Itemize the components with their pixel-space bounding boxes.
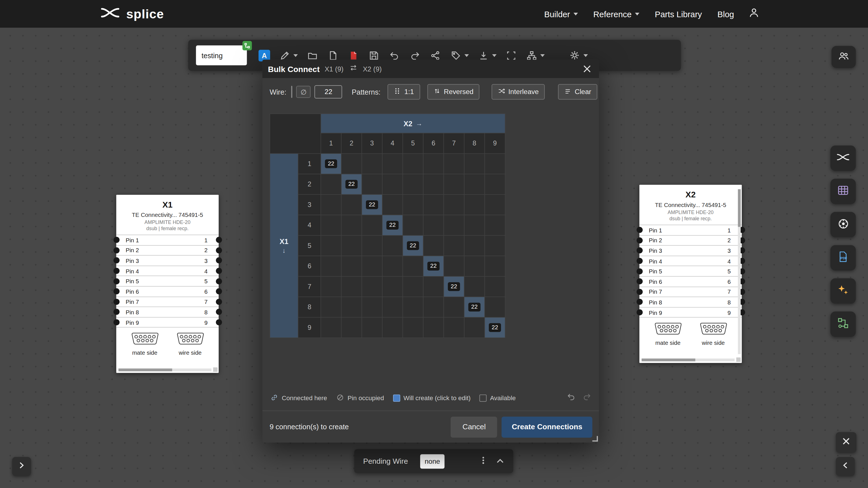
pin-row[interactable]: Pin 33 [640, 246, 742, 256]
matrix-cell[interactable] [342, 297, 362, 317]
ai-assist-button[interactable] [830, 278, 856, 303]
matrix-cell[interactable] [465, 215, 485, 235]
matrix-cell[interactable] [362, 277, 382, 297]
matrix-cell[interactable] [362, 318, 382, 338]
matrix-cell[interactable] [403, 174, 423, 194]
pin-row[interactable]: Pin 11 [116, 235, 218, 246]
pin-row[interactable]: Pin 44 [116, 266, 218, 276]
matrix-cell[interactable] [424, 297, 444, 317]
mate-pin-dot[interactable] [113, 309, 120, 315]
matrix-cell[interactable] [444, 318, 464, 338]
matrix-cell[interactable] [362, 154, 382, 174]
mate-pin-dot[interactable] [636, 258, 643, 264]
create-connections-button[interactable]: Create Connections [502, 416, 592, 437]
matrix-cell[interactable] [465, 318, 485, 338]
h-scrollbar-thumb[interactable] [118, 368, 173, 371]
no-color-button[interactable]: ∅ [297, 86, 311, 98]
matrix-cell[interactable] [424, 174, 444, 194]
pin-row[interactable]: Pin 88 [116, 307, 218, 318]
wire-pin-dot[interactable] [216, 278, 222, 284]
wire-pin-dot[interactable] [216, 288, 222, 295]
mate-pin-dot[interactable] [113, 268, 120, 274]
pattern-clear-button[interactable]: Clear [558, 84, 597, 100]
matrix-cell[interactable] [382, 318, 403, 338]
matrix-col-number[interactable]: 9 [485, 133, 505, 153]
wire-pin-dot[interactable] [216, 268, 222, 274]
pin-row[interactable]: Pin 66 [116, 287, 218, 297]
matrix-cell[interactable] [485, 277, 505, 297]
mate-pin-dot[interactable] [636, 299, 643, 305]
nav-item-blog[interactable]: Blog [717, 9, 734, 19]
matrix-col-number[interactable]: 5 [403, 133, 423, 153]
h-scrollbar[interactable] [642, 359, 735, 361]
matrix-cell[interactable] [485, 154, 505, 174]
matrix-cell[interactable]: 22 [382, 215, 403, 235]
matrix-cell[interactable] [342, 195, 362, 215]
collaborators-button[interactable] [832, 46, 856, 68]
mate-pin-dot[interactable] [636, 289, 643, 295]
v-scrollbar-thumb[interactable] [738, 189, 741, 227]
matrix-cell[interactable] [342, 277, 362, 297]
wire-pin-dot[interactable] [216, 309, 222, 315]
redo-icon[interactable] [582, 392, 591, 403]
pin-row[interactable]: Pin 55 [116, 276, 218, 286]
nav-item-parts-library[interactable]: Parts Library [655, 9, 702, 19]
matrix-cell[interactable] [403, 215, 423, 235]
flow-status-badge[interactable] [242, 41, 252, 50]
matrix-cell[interactable] [485, 215, 505, 235]
modal-header[interactable]: Bulk Connect X1 (9) X2 (9) [262, 60, 599, 78]
pin-row[interactable]: Pin 33 [116, 256, 218, 266]
wire-pin-dot[interactable] [216, 299, 222, 305]
matrix-cell[interactable] [321, 318, 341, 338]
matrix-cell[interactable] [424, 277, 444, 297]
matrix-cell[interactable] [321, 297, 341, 317]
matrix-cell[interactable] [465, 154, 485, 174]
matrix-cell[interactable] [465, 195, 485, 215]
pdf-export-button[interactable]: PDF [830, 245, 856, 270]
matrix-row-number[interactable]: 9 [299, 318, 320, 338]
pin-row[interactable]: Pin 77 [640, 287, 742, 297]
nav-item-reference[interactable]: Reference [593, 9, 640, 19]
matrix-cell[interactable] [444, 154, 464, 174]
matrix-cell[interactable] [424, 154, 444, 174]
matrix-cell[interactable] [403, 256, 423, 276]
matrix-cell[interactable]: 22 [424, 256, 444, 276]
matrix-col-number[interactable]: 4 [382, 133, 403, 153]
pin-row[interactable]: Pin 22 [640, 235, 742, 246]
matrix-cell[interactable] [403, 277, 423, 297]
matrix-row-number[interactable]: 7 [299, 277, 320, 297]
matrix-row-number[interactable]: 2 [299, 174, 320, 194]
pin-row[interactable]: Pin 44 [640, 256, 742, 266]
matrix-cell[interactable] [465, 174, 485, 194]
chevron-up-icon[interactable] [496, 456, 504, 466]
pattern-one-to-one-button[interactable]: 1:1 [388, 84, 420, 100]
wire-color-swatch[interactable] [291, 86, 292, 98]
cancel-button[interactable]: Cancel [451, 416, 498, 437]
matrix-cell[interactable]: 22 [485, 318, 505, 338]
matrix-col-number[interactable]: 8 [465, 133, 485, 153]
matrix-cell[interactable] [465, 236, 485, 256]
undo-icon[interactable] [567, 392, 576, 403]
matrix-cell[interactable] [403, 154, 423, 174]
connector-card-x2[interactable]: X2 TE Connectivity... 745491-5 AMPLIMITE… [640, 185, 742, 363]
matrix-cell[interactable] [485, 195, 505, 215]
matrix-cell[interactable] [321, 277, 341, 297]
matrix-cell[interactable] [444, 256, 464, 276]
matrix-cell[interactable] [321, 174, 341, 194]
kebab-menu-icon[interactable] [479, 456, 487, 466]
matrix-cell[interactable] [403, 195, 423, 215]
expand-left-panel-button[interactable] [12, 457, 31, 476]
matrix-cell[interactable] [362, 174, 382, 194]
matrix-col-number[interactable]: 1 [321, 133, 341, 153]
close-modal-button[interactable] [580, 62, 593, 75]
collapse-right-panel-button[interactable] [836, 457, 855, 476]
mate-pin-dot[interactable] [113, 299, 120, 305]
wire-pin-dot[interactable] [216, 237, 222, 243]
matrix-cell[interactable] [444, 215, 464, 235]
h-scrollbar-thumb[interactable] [642, 359, 695, 361]
matrix-cell[interactable] [342, 236, 362, 256]
matrix-cell[interactable]: 22 [321, 154, 341, 174]
nav-item-builder[interactable]: Builder [544, 9, 578, 19]
resize-handle[interactable] [592, 436, 598, 442]
matrix-cell[interactable] [382, 256, 403, 276]
